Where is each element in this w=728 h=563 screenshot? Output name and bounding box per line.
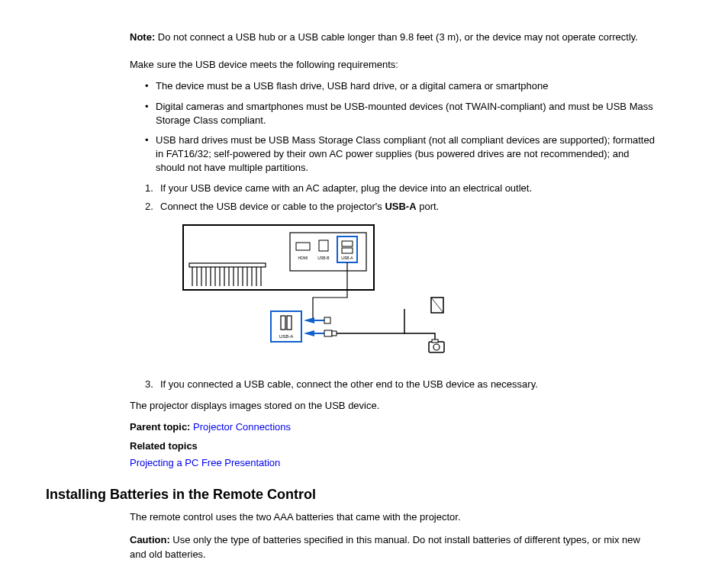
svg-rect-25: [281, 316, 285, 330]
svg-rect-38: [432, 339, 438, 343]
steps-list-2: 3. If you connected a USB cable, connect…: [130, 378, 659, 391]
note-paragraph: Note: Do not connect a USB hub or a USB …: [130, 31, 659, 44]
requirements-intro: Make sure the USB device meets the follo…: [130, 58, 659, 72]
svg-marker-30: [304, 330, 314, 336]
svg-rect-23: [342, 248, 353, 253]
svg-rect-20: [319, 240, 328, 251]
note-label: Note:: [130, 31, 155, 43]
note-text: Do not connect a USB hub or a USB cable …: [155, 31, 638, 43]
usba-callout-label: USB-A: [279, 334, 293, 339]
svg-rect-33: [332, 331, 337, 336]
caution-paragraph: Caution: Use only the type of batteries …: [130, 533, 659, 561]
steps-list-1: 1. If your USB device came with an AC ad…: [130, 182, 659, 214]
parent-topic-label: Parent topic:: [130, 421, 190, 433]
hdmi-port-label: HDMI: [298, 256, 308, 260]
svg-point-37: [433, 344, 440, 350]
svg-rect-17: [189, 263, 266, 267]
list-item: The device must be a USB flash drive, US…: [145, 79, 659, 93]
svg-rect-29: [324, 317, 330, 323]
related-topics-label: Related topics: [130, 439, 659, 453]
section-heading: Installing Batteries in the Remote Contr…: [46, 485, 659, 504]
section-intro: The remote control uses the two AAA batt…: [130, 510, 659, 524]
list-item: 3. If you connected a USB cable, connect…: [145, 378, 659, 391]
usbb-port-label: USB-B: [317, 256, 330, 260]
list-item: USB hard drives must be USB Mass Storage…: [145, 134, 659, 175]
parent-topic-link[interactable]: Projector Connections: [193, 421, 291, 433]
result-text: The projector displays images stored on …: [130, 399, 659, 413]
caution-text: Use only the type of batteries specified…: [130, 534, 640, 559]
connection-diagram: HDMI USB-B USB-A USB-A: [176, 221, 659, 362]
svg-rect-22: [342, 241, 353, 246]
caution-label: Caution:: [130, 534, 170, 545]
list-item: Digital cameras and smartphones must be …: [145, 100, 659, 127]
parent-topic: Parent topic: Projector Connections: [130, 420, 659, 434]
svg-marker-27: [304, 317, 314, 323]
svg-rect-18: [290, 233, 366, 271]
svg-rect-26: [287, 316, 292, 330]
svg-rect-19: [296, 243, 310, 250]
related-topic-link[interactable]: Projecting a PC Free Presentation: [130, 457, 280, 468]
list-item: 1. If your USB device came with an AC ad…: [145, 182, 659, 195]
requirements-list: The device must be a USB flash drive, US…: [130, 79, 659, 175]
list-item: 2. Connect the USB device or cable to th…: [145, 200, 659, 214]
usba-port-label: USB-A: [341, 256, 353, 260]
svg-rect-32: [324, 330, 332, 336]
